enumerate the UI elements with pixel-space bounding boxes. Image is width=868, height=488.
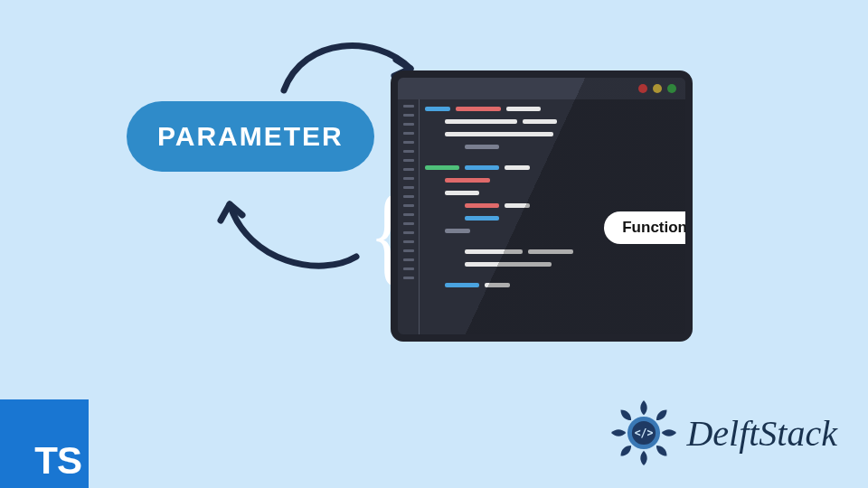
function-label: Function	[622, 219, 687, 236]
minimize-icon	[653, 84, 662, 93]
delftstack-logo: </> DelftStack	[607, 396, 837, 470]
delftstack-emblem-icon: </>	[607, 396, 681, 470]
code-window: Function	[391, 70, 693, 342]
delftstack-text: DelftStack	[686, 412, 837, 455]
window-titlebar	[398, 78, 685, 99]
arrow-bottom	[203, 172, 374, 280]
function-pill: Function	[604, 211, 693, 244]
line-gutter	[398, 99, 420, 334]
parameter-pill: PARAMETER	[127, 101, 374, 172]
parameter-label: PARAMETER	[157, 121, 344, 151]
close-icon	[638, 84, 647, 93]
svg-text:</>: </>	[635, 427, 654, 439]
maximize-icon	[667, 84, 676, 93]
typescript-logo: TS	[0, 399, 89, 488]
typescript-logo-text: TS	[34, 439, 81, 483]
